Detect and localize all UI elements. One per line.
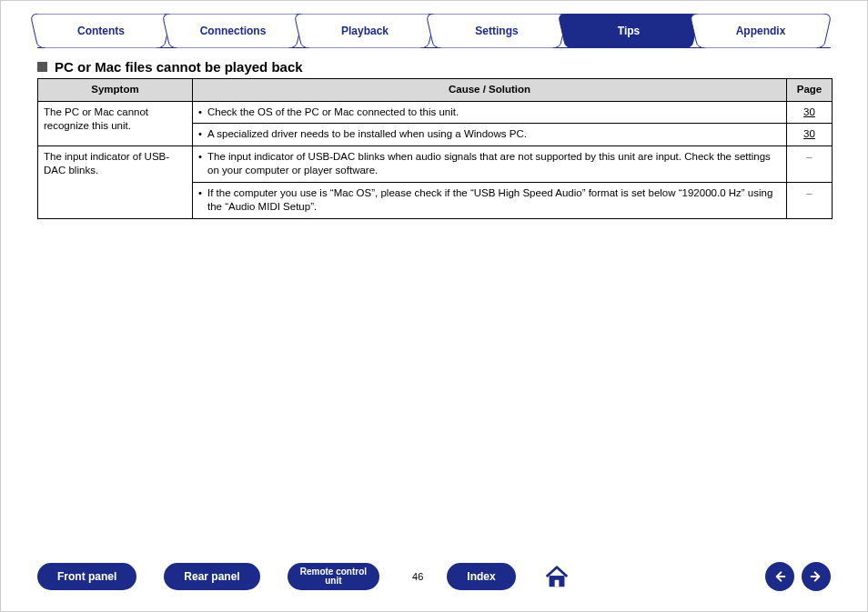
- front-panel-button[interactable]: Front panel: [37, 563, 136, 590]
- home-button[interactable]: [543, 563, 570, 590]
- cell-page[interactable]: 30: [787, 124, 833, 146]
- cell-symptom: The PC or Mac cannot recognize this unit…: [38, 101, 193, 145]
- tab-contents[interactable]: Contents: [28, 14, 174, 48]
- prev-page-button[interactable]: [765, 562, 794, 591]
- cause-text: If the computer you use is “Mac OS”, ple…: [207, 186, 781, 215]
- svg-rect-0: [554, 580, 559, 587]
- cause-text: A specialized driver needs to be install…: [207, 127, 527, 142]
- th-cause: Cause / Solution: [193, 79, 787, 102]
- top-tabs: Contents Connections Playback Settings T…: [37, 14, 831, 48]
- cell-page: –: [787, 145, 833, 182]
- tab-connections[interactable]: Connections: [160, 14, 306, 48]
- troubleshoot-table: Symptom Cause / Solution Page The PC or …: [37, 78, 833, 219]
- tab-label: Contents: [77, 25, 125, 37]
- table-row: The PC or Mac cannot recognize this unit…: [38, 101, 833, 124]
- cell-cause: •Check the OS of the PC or Mac connected…: [193, 101, 787, 124]
- next-page-button[interactable]: [802, 562, 831, 591]
- footer-bar: Front panel Rear panel Remote control un…: [1, 562, 867, 591]
- home-icon: [543, 563, 570, 590]
- remote-control-button[interactable]: Remote control unit: [288, 563, 379, 590]
- tab-label: Tips: [618, 25, 640, 37]
- cell-cause: •If the computer you use is “Mac OS”, pl…: [193, 182, 787, 218]
- tab-label: Appendix: [736, 25, 786, 37]
- tab-tips[interactable]: Tips: [556, 14, 701, 48]
- th-page: Page: [787, 79, 833, 102]
- index-button[interactable]: Index: [447, 563, 515, 590]
- cell-cause: •The input indicator of USB-DAC blinks w…: [193, 145, 787, 182]
- tab-label: Settings: [475, 25, 518, 37]
- arrow-right-icon: [809, 569, 823, 584]
- cell-cause: •A specialized driver needs to be instal…: [193, 124, 787, 146]
- tab-label: Playback: [341, 25, 389, 37]
- th-symptom: Symptom: [38, 79, 193, 102]
- cell-page[interactable]: 30: [787, 101, 833, 124]
- arrow-left-icon: [772, 569, 787, 584]
- section-title: PC or Mac files cannot be played back: [55, 59, 303, 75]
- cell-symptom: The input indicator of USB-DAC blinks.: [38, 145, 193, 218]
- page-number: 46: [412, 571, 423, 582]
- cause-text: The input indicator of USB-DAC blinks wh…: [207, 150, 781, 178]
- table-row: The input indicator of USB-DAC blinks. •…: [38, 145, 833, 182]
- tab-label: Connections: [200, 25, 267, 37]
- cause-text: Check the OS of the PC or Mac connected …: [207, 105, 459, 120]
- square-bullet-icon: [37, 62, 47, 72]
- section-heading: PC or Mac files cannot be played back: [37, 59, 831, 75]
- tab-playback[interactable]: Playback: [292, 14, 438, 48]
- cell-page: –: [787, 182, 833, 218]
- tab-appendix[interactable]: Appendix: [688, 14, 833, 48]
- tab-settings[interactable]: Settings: [424, 14, 570, 48]
- rear-panel-button[interactable]: Rear panel: [164, 563, 259, 590]
